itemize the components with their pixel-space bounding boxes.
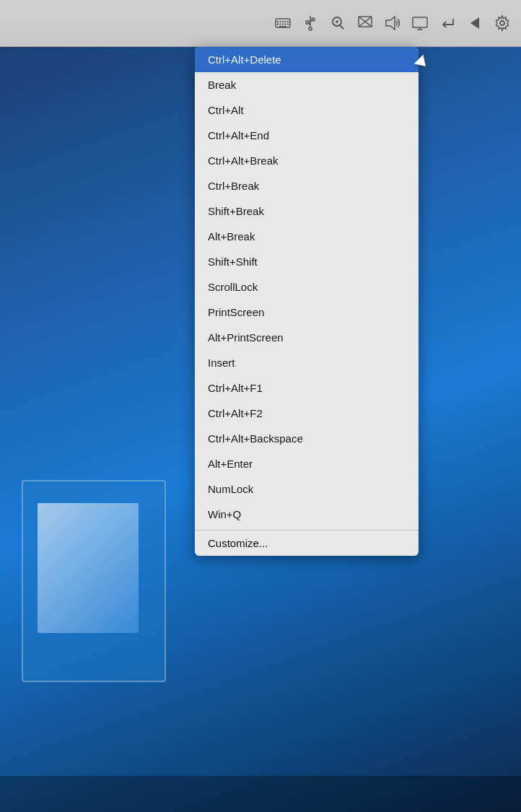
menu-item-ctrl-alt-delete[interactable]: Ctrl+Alt+Delete [195,47,419,72]
svg-point-17 [309,27,312,30]
svg-rect-2 [280,21,281,22]
svg-marker-25 [386,17,395,30]
desktop-window [22,480,166,682]
menu-item-ctrl-alt-f1[interactable]: Ctrl+Alt+F1 [195,375,419,401]
svg-rect-4 [285,21,286,22]
bottom-taskbar [0,776,521,812]
magnify-icon[interactable] [328,13,348,33]
menu-item-ctrl-alt-f2[interactable]: Ctrl+Alt+F2 [195,401,419,426]
menu-item-alt-break[interactable]: Alt+Break [195,224,419,249]
menu-item-win-q[interactable]: Win+Q [195,502,419,527]
menu-item-ctrl-alt-break[interactable]: Ctrl+Alt+Break [195,148,419,173]
usb-icon[interactable] [300,13,320,33]
menu-item-printscreen[interactable]: PrintScreen [195,300,419,325]
svg-rect-3 [282,21,284,22]
menu-item-numlock[interactable]: NumLock [195,476,419,502]
menu-item-ctrl-alt[interactable]: Ctrl+Alt [195,97,419,123]
menu-item-ctrl-break[interactable]: Ctrl+Break [195,173,419,198]
network-icon[interactable] [355,13,375,33]
keyboard-icon[interactable] [273,13,293,33]
svg-marker-29 [470,17,479,29]
svg-rect-9 [285,24,286,25]
menu-item-scrolllock[interactable]: ScrollLock [195,274,419,300]
svg-rect-5 [287,21,289,22]
svg-rect-8 [282,24,284,25]
svg-rect-10 [287,24,289,25]
audio-icon[interactable] [382,13,403,33]
menu-item-ctrl-alt-end[interactable]: Ctrl+Alt+End [195,123,419,148]
back-icon[interactable] [465,13,485,33]
menu-item-alt-printscreen[interactable]: Alt+PrintScreen [195,325,419,350]
topbar [0,0,521,47]
gear-icon[interactable] [492,13,512,33]
menu-item-insert[interactable]: Insert [195,350,419,375]
svg-rect-26 [413,17,427,27]
menu-item-shift-shift[interactable]: Shift+Shift [195,249,419,274]
menu-item-shift-break[interactable]: Shift+Break [195,198,419,224]
menu-item-ctrl-alt-backspace[interactable]: Ctrl+Alt+Backspace [195,426,419,451]
enter-key-icon[interactable] [437,13,457,33]
svg-rect-7 [280,24,281,25]
menu-item-customize[interactable]: Customize... [195,530,419,556]
menu-item-break[interactable]: Break [195,72,419,97]
desktop-window-inner [38,503,139,633]
svg-rect-11 [279,26,286,27]
svg-point-30 [500,21,504,25]
dropdown-menu: Ctrl+Alt+Delete Break Ctrl+Alt Ctrl+Alt+… [195,47,419,556]
display-icon[interactable] [410,13,430,33]
svg-rect-1 [277,21,279,22]
svg-rect-6 [277,24,279,25]
svg-line-19 [341,26,344,30]
menu-item-alt-enter[interactable]: Alt+Enter [195,451,419,476]
